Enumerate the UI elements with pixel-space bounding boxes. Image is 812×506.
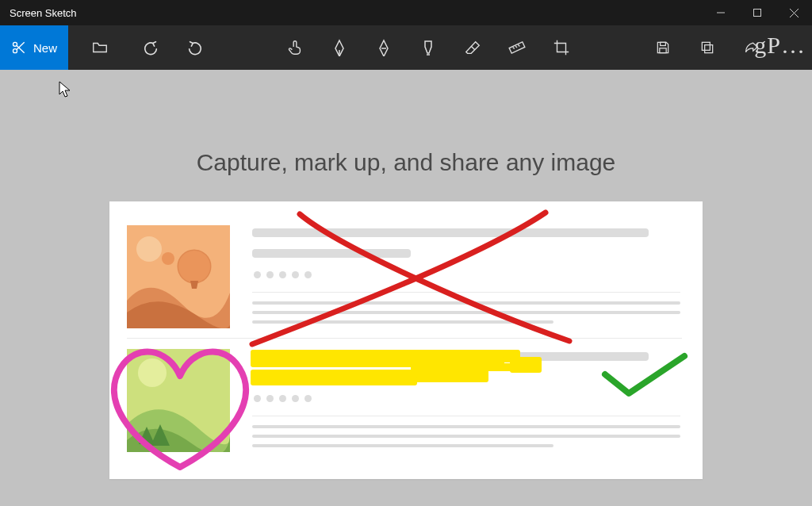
- pink-heart-mark: [105, 336, 255, 475]
- copy-button[interactable]: [685, 25, 730, 70]
- redo-button[interactable]: [173, 25, 217, 70]
- copy-icon: [699, 40, 715, 56]
- svg-line-11: [513, 47, 515, 49]
- folder-icon: [91, 39, 109, 56]
- svg-point-5: [13, 42, 17, 46]
- svg-rect-17: [702, 42, 710, 50]
- svg-line-12: [515, 46, 517, 48]
- ruler-icon: [508, 39, 526, 56]
- undo-icon: [142, 39, 159, 56]
- close-button[interactable]: [776, 0, 812, 25]
- crop-button[interactable]: [539, 25, 584, 70]
- eraser-button[interactable]: [450, 25, 495, 70]
- svg-line-13: [518, 44, 519, 47]
- content-area: Capture, mark up, and share any image: [0, 70, 812, 506]
- undo-button[interactable]: [128, 25, 173, 70]
- svg-rect-14: [661, 42, 666, 45]
- svg-point-4: [13, 49, 17, 53]
- save-icon: [655, 40, 671, 56]
- new-button[interactable]: New: [0, 25, 68, 70]
- share-button[interactable]: [730, 25, 774, 70]
- touch-writing-button[interactable]: [273, 25, 317, 70]
- svg-point-21: [178, 251, 210, 282]
- svg-point-22: [162, 252, 174, 265]
- crop-icon: [553, 39, 570, 56]
- svg-rect-16: [705, 45, 713, 53]
- eraser-icon: [464, 39, 481, 56]
- snip-icon: [11, 40, 27, 56]
- maximize-button[interactable]: [739, 0, 776, 25]
- svg-rect-1: [754, 10, 761, 17]
- redo-icon: [186, 39, 204, 56]
- red-x-mark: [244, 208, 585, 351]
- share-icon: [743, 40, 760, 56]
- highlighter-icon: [420, 39, 436, 56]
- svg-rect-15: [660, 48, 666, 53]
- open-button[interactable]: [78, 25, 122, 70]
- new-button-label: New: [33, 41, 57, 55]
- minimize-button[interactable]: [703, 0, 739, 25]
- save-button[interactable]: [641, 25, 685, 70]
- green-check-mark: [601, 352, 688, 400]
- highlighter-button[interactable]: [406, 25, 450, 70]
- titlebar: Screen Sketch: [0, 0, 812, 25]
- ruler-button[interactable]: [495, 25, 539, 70]
- window-title: Screen Sketch: [0, 7, 77, 19]
- mouse-cursor: [59, 81, 71, 97]
- ballpoint-pen-button[interactable]: [317, 25, 362, 70]
- svg-line-9: [471, 46, 475, 50]
- pencil-icon: [376, 39, 392, 56]
- page-headline: Capture, mark up, and share any image: [0, 149, 812, 176]
- pencil-button[interactable]: [362, 25, 406, 70]
- illustration-thumb-sunset: [127, 225, 230, 328]
- toolbar: New: [0, 25, 812, 70]
- touch-icon: [286, 39, 304, 56]
- app-window: Screen Sketch New: [0, 0, 812, 506]
- pen-icon: [331, 39, 347, 56]
- window-controls: [703, 0, 812, 25]
- illustration-card: [109, 201, 703, 479]
- svg-point-19: [136, 236, 162, 262]
